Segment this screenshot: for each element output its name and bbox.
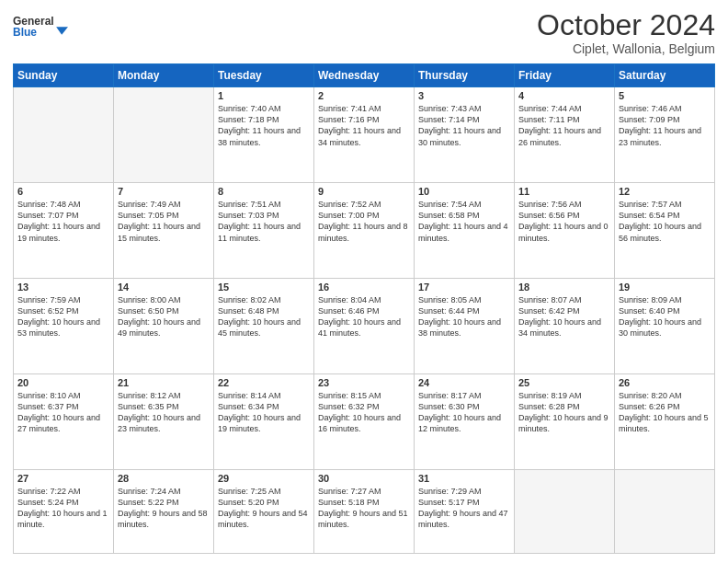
calendar-day-cell: 25 Sunrise: 8:19 AMSunset: 6:28 PMDaylig… bbox=[515, 373, 615, 469]
calendar-day-cell: 28 Sunrise: 7:24 AMSunset: 5:22 PMDaylig… bbox=[114, 469, 214, 553]
day-number: 6 bbox=[17, 186, 109, 197]
svg-text:General: General bbox=[13, 15, 54, 28]
calendar-table: SundayMondayTuesdayWednesdayThursdayFrid… bbox=[13, 63, 715, 554]
day-number: 11 bbox=[518, 186, 610, 197]
svg-marker-1 bbox=[56, 27, 68, 35]
day-info: Sunrise: 7:27 AMSunset: 5:18 PMDaylight:… bbox=[318, 486, 410, 531]
day-number: 16 bbox=[318, 282, 410, 293]
day-info: Sunrise: 7:41 AMSunset: 7:16 PMDaylight:… bbox=[318, 103, 410, 148]
calendar-day-cell: 3 Sunrise: 7:43 AMSunset: 7:14 PMDayligh… bbox=[415, 87, 515, 183]
calendar-day-cell: 18 Sunrise: 8:07 AMSunset: 6:42 PMDaylig… bbox=[515, 278, 615, 373]
title-area: October 2024 Ciplet, Wallonia, Belgium bbox=[537, 9, 715, 56]
day-number: 21 bbox=[118, 377, 210, 388]
calendar-week-row: 13 Sunrise: 7:59 AMSunset: 6:52 PMDaylig… bbox=[14, 278, 715, 373]
calendar-day-cell: 27 Sunrise: 7:22 AMSunset: 5:24 PMDaylig… bbox=[14, 469, 114, 553]
calendar-day-header: Tuesday bbox=[214, 64, 314, 87]
calendar-day-header: Saturday bbox=[615, 64, 715, 87]
calendar-day-cell: 26 Sunrise: 8:20 AMSunset: 6:26 PMDaylig… bbox=[615, 373, 715, 469]
calendar-day-cell: 23 Sunrise: 8:15 AMSunset: 6:32 PMDaylig… bbox=[314, 373, 415, 469]
day-info: Sunrise: 7:51 AMSunset: 7:03 PMDaylight:… bbox=[218, 199, 310, 244]
day-number: 19 bbox=[619, 282, 711, 293]
day-info: Sunrise: 8:15 AMSunset: 6:32 PMDaylight:… bbox=[318, 390, 410, 435]
day-info: Sunrise: 7:44 AMSunset: 7:11 PMDaylight:… bbox=[518, 103, 610, 148]
page: General Blue October 2024 Ciplet, Wallon… bbox=[0, 0, 728, 563]
calendar-day-cell: 24 Sunrise: 8:17 AMSunset: 6:30 PMDaylig… bbox=[415, 373, 515, 469]
day-info: Sunrise: 7:57 AMSunset: 6:54 PMDaylight:… bbox=[619, 199, 711, 244]
subtitle: Ciplet, Wallonia, Belgium bbox=[537, 41, 715, 56]
day-info: Sunrise: 7:24 AMSunset: 5:22 PMDaylight:… bbox=[118, 486, 210, 531]
day-number: 18 bbox=[518, 282, 610, 293]
day-info: Sunrise: 8:17 AMSunset: 6:30 PMDaylight:… bbox=[418, 390, 510, 435]
day-number: 4 bbox=[518, 90, 610, 101]
day-number: 8 bbox=[218, 186, 310, 197]
calendar-day-cell bbox=[515, 469, 615, 553]
day-number: 17 bbox=[418, 282, 510, 293]
calendar-day-cell: 12 Sunrise: 7:57 AMSunset: 6:54 PMDaylig… bbox=[615, 183, 715, 279]
day-info: Sunrise: 7:29 AMSunset: 5:17 PMDaylight:… bbox=[418, 486, 510, 531]
calendar-day-cell: 29 Sunrise: 7:25 AMSunset: 5:20 PMDaylig… bbox=[214, 469, 314, 553]
day-info: Sunrise: 8:10 AMSunset: 6:37 PMDaylight:… bbox=[17, 390, 109, 435]
calendar-day-header: Sunday bbox=[14, 64, 114, 87]
day-number: 7 bbox=[118, 186, 210, 197]
day-number: 13 bbox=[17, 282, 109, 293]
calendar-day-cell: 13 Sunrise: 7:59 AMSunset: 6:52 PMDaylig… bbox=[14, 278, 114, 373]
calendar-week-row: 27 Sunrise: 7:22 AMSunset: 5:24 PMDaylig… bbox=[14, 469, 715, 553]
calendar-day-cell: 31 Sunrise: 7:29 AMSunset: 5:17 PMDaylig… bbox=[415, 469, 515, 553]
day-number: 3 bbox=[418, 90, 510, 101]
calendar-day-cell bbox=[615, 469, 715, 553]
calendar-week-row: 20 Sunrise: 8:10 AMSunset: 6:37 PMDaylig… bbox=[14, 373, 715, 469]
calendar-day-cell: 1 Sunrise: 7:40 AMSunset: 7:18 PMDayligh… bbox=[214, 87, 314, 183]
calendar-day-cell: 20 Sunrise: 8:10 AMSunset: 6:37 PMDaylig… bbox=[14, 373, 114, 469]
day-number: 15 bbox=[218, 282, 310, 293]
day-number: 12 bbox=[619, 186, 711, 197]
day-number: 23 bbox=[318, 377, 410, 388]
day-info: Sunrise: 8:12 AMSunset: 6:35 PMDaylight:… bbox=[118, 390, 210, 435]
day-info: Sunrise: 7:48 AMSunset: 7:07 PMDaylight:… bbox=[17, 199, 109, 244]
day-number: 30 bbox=[318, 473, 410, 484]
calendar-day-cell: 15 Sunrise: 8:02 AMSunset: 6:48 PMDaylig… bbox=[214, 278, 314, 373]
calendar-week-row: 6 Sunrise: 7:48 AMSunset: 7:07 PMDayligh… bbox=[14, 183, 715, 279]
day-number: 2 bbox=[318, 90, 410, 101]
day-info: Sunrise: 7:25 AMSunset: 5:20 PMDaylight:… bbox=[218, 486, 310, 531]
day-info: Sunrise: 8:02 AMSunset: 6:48 PMDaylight:… bbox=[218, 294, 310, 339]
day-info: Sunrise: 8:00 AMSunset: 6:50 PMDaylight:… bbox=[118, 294, 210, 339]
day-info: Sunrise: 8:05 AMSunset: 6:44 PMDaylight:… bbox=[418, 294, 510, 339]
day-number: 29 bbox=[218, 473, 310, 484]
calendar-day-cell: 16 Sunrise: 8:04 AMSunset: 6:46 PMDaylig… bbox=[314, 278, 415, 373]
month-title: October 2024 bbox=[537, 9, 715, 41]
day-number: 5 bbox=[619, 90, 711, 101]
calendar-day-cell: 19 Sunrise: 8:09 AMSunset: 6:40 PMDaylig… bbox=[615, 278, 715, 373]
calendar-day-cell: 6 Sunrise: 7:48 AMSunset: 7:07 PMDayligh… bbox=[14, 183, 114, 279]
day-number: 14 bbox=[118, 282, 210, 293]
calendar-day-cell: 21 Sunrise: 8:12 AMSunset: 6:35 PMDaylig… bbox=[114, 373, 214, 469]
calendar-day-cell: 30 Sunrise: 7:27 AMSunset: 5:18 PMDaylig… bbox=[314, 469, 415, 553]
day-number: 22 bbox=[218, 377, 310, 388]
day-number: 25 bbox=[518, 377, 610, 388]
calendar-header-row: SundayMondayTuesdayWednesdayThursdayFrid… bbox=[14, 64, 715, 87]
day-info: Sunrise: 8:14 AMSunset: 6:34 PMDaylight:… bbox=[218, 390, 310, 435]
header: General Blue October 2024 Ciplet, Wallon… bbox=[13, 9, 715, 56]
calendar-day-cell: 11 Sunrise: 7:56 AMSunset: 6:56 PMDaylig… bbox=[515, 183, 615, 279]
logo-svg: General Blue bbox=[13, 9, 68, 46]
day-info: Sunrise: 8:09 AMSunset: 6:40 PMDaylight:… bbox=[619, 294, 711, 339]
calendar-day-cell: 8 Sunrise: 7:51 AMSunset: 7:03 PMDayligh… bbox=[214, 183, 314, 279]
calendar-day-cell: 14 Sunrise: 8:00 AMSunset: 6:50 PMDaylig… bbox=[114, 278, 214, 373]
svg-text:Blue: Blue bbox=[13, 26, 37, 39]
day-number: 1 bbox=[218, 90, 310, 101]
day-info: Sunrise: 8:04 AMSunset: 6:46 PMDaylight:… bbox=[318, 294, 410, 339]
calendar-day-cell: 5 Sunrise: 7:46 AMSunset: 7:09 PMDayligh… bbox=[615, 87, 715, 183]
calendar-day-cell: 7 Sunrise: 7:49 AMSunset: 7:05 PMDayligh… bbox=[114, 183, 214, 279]
calendar-day-cell: 9 Sunrise: 7:52 AMSunset: 7:00 PMDayligh… bbox=[314, 183, 415, 279]
calendar-day-cell: 17 Sunrise: 8:05 AMSunset: 6:44 PMDaylig… bbox=[415, 278, 515, 373]
day-info: Sunrise: 7:54 AMSunset: 6:58 PMDaylight:… bbox=[418, 199, 510, 244]
calendar-day-header: Friday bbox=[515, 64, 615, 87]
day-info: Sunrise: 8:20 AMSunset: 6:26 PMDaylight:… bbox=[619, 390, 711, 435]
day-info: Sunrise: 7:56 AMSunset: 6:56 PMDaylight:… bbox=[518, 199, 610, 244]
calendar-day-cell: 2 Sunrise: 7:41 AMSunset: 7:16 PMDayligh… bbox=[314, 87, 415, 183]
day-number: 24 bbox=[418, 377, 510, 388]
calendar-week-row: 1 Sunrise: 7:40 AMSunset: 7:18 PMDayligh… bbox=[14, 87, 715, 183]
day-number: 20 bbox=[17, 377, 109, 388]
calendar-day-cell bbox=[14, 87, 114, 183]
calendar-day-header: Wednesday bbox=[314, 64, 415, 87]
calendar-day-cell: 4 Sunrise: 7:44 AMSunset: 7:11 PMDayligh… bbox=[515, 87, 615, 183]
